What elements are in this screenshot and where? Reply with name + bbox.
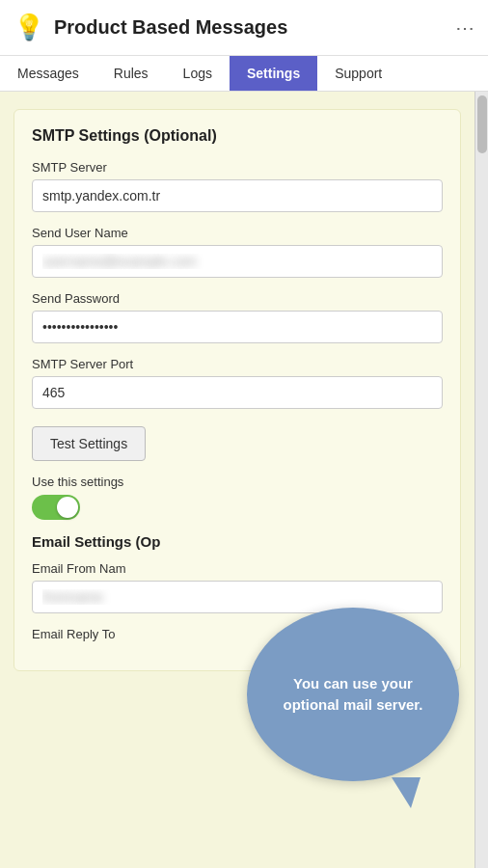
toggle-thumb [57, 497, 78, 518]
smtp-port-input[interactable] [32, 376, 443, 409]
send-password-group: Send Password [32, 291, 443, 343]
toggle-row: Use this settings [32, 475, 443, 520]
tab-logs[interactable]: Logs [166, 56, 230, 91]
email-from-name-group: Email From Nam [32, 561, 443, 613]
tab-rules[interactable]: Rules [96, 56, 166, 91]
smtp-port-group: SMTP Server Port [32, 357, 443, 409]
toggle-label: Use this settings [32, 475, 443, 489]
tab-settings[interactable]: Settings [230, 56, 317, 91]
send-username-group: Send User Name [32, 226, 443, 278]
tab-support[interactable]: Support [317, 56, 399, 91]
scrollbar-thumb[interactable] [477, 95, 487, 153]
send-username-input[interactable] [32, 245, 443, 278]
tooltip-text: You can use your optional mail server. [266, 673, 440, 717]
email-section-title: Email Settings (Op [32, 533, 443, 550]
smtp-section-title: SMTP Settings (Optional) [32, 127, 443, 145]
smtp-server-group: SMTP Server [32, 160, 443, 212]
app-icon: 💡 [14, 13, 44, 42]
use-settings-toggle[interactable] [32, 495, 80, 520]
settings-card: SMTP Settings (Optional) SMTP Server Sen… [14, 109, 461, 671]
smtp-server-label: SMTP Server [32, 160, 443, 175]
app-title: Product Based Messages [54, 16, 287, 39]
send-password-label: Send Password [32, 291, 443, 306]
app-container: 💡 Product Based Messages ⋯ Messages Rule… [0, 0, 488, 868]
test-settings-button[interactable]: Test Settings [32, 426, 146, 461]
nav-tabs: Messages Rules Logs Settings Support [0, 56, 488, 92]
smtp-server-input[interactable] [32, 179, 443, 212]
header: 💡 Product Based Messages ⋯ [0, 0, 488, 56]
tooltip-bubble: You can use your optional mail server. [247, 608, 459, 781]
email-from-name-label: Email From Nam [32, 561, 443, 576]
tab-messages[interactable]: Messages [0, 56, 96, 91]
send-password-input[interactable] [32, 311, 443, 343]
smtp-port-label: SMTP Server Port [32, 357, 443, 371]
header-left: 💡 Product Based Messages [14, 13, 287, 42]
scrollbar[interactable] [474, 92, 488, 868]
email-from-name-input[interactable] [32, 581, 443, 613]
menu-icon[interactable]: ⋯ [455, 16, 474, 40]
send-username-label: Send User Name [32, 226, 443, 240]
